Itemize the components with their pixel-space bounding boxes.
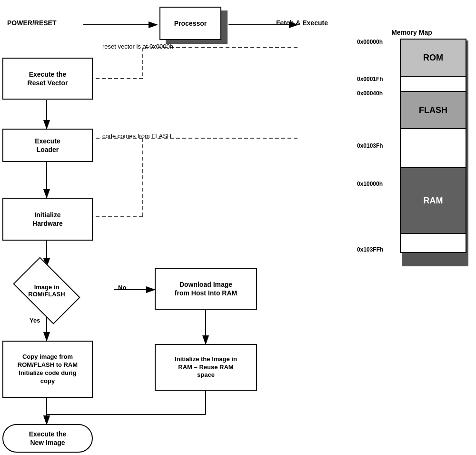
- execute-loader-label: Execute Loader: [35, 137, 60, 154]
- addr-0103Fh: 0x0103Fh: [357, 142, 383, 149]
- mem-gap1: [400, 77, 466, 91]
- execute-reset-label: Execute the Reset Vector: [28, 70, 68, 87]
- reset-vector-note: reset vector is at 0x0000h: [102, 43, 173, 50]
- image-decision-container: Image in ROM/FLASH: [9, 267, 85, 314]
- initialize-hw-box: Initialize Hardware: [2, 198, 93, 241]
- image-decision-text: Image in ROM/FLASH: [9, 267, 85, 314]
- memory-bar: 0x00000h ROM 0x0001Fh 0x00040h FLASH 0x0…: [400, 39, 466, 253]
- execute-reset-box: Execute the Reset Vector: [2, 58, 93, 100]
- code-flash-note: code comes from FLASH: [102, 132, 171, 140]
- download-image-label: Download Image from Host Into RAM: [175, 280, 237, 297]
- addr-00000h: 0x00000h: [357, 39, 383, 45]
- mem-ram: RAM: [400, 167, 466, 234]
- addr-10000h: 0x10000h: [357, 181, 383, 187]
- mem-flash: FLASH: [400, 91, 466, 129]
- fetch-execute-label: Fetch & Execute: [276, 19, 328, 27]
- yes-label: Yes: [30, 317, 40, 324]
- copy-image-label: Copy image from ROM/FLASH to RAM Initial…: [18, 353, 78, 385]
- execute-new-box: Execute the New Image: [2, 424, 93, 453]
- power-reset-label: POWER/RESET: [7, 19, 56, 27]
- addr-00040h: 0x00040h: [357, 90, 383, 97]
- no-label: No: [118, 284, 126, 291]
- addr-103FFh: 0x103FFh: [357, 246, 383, 253]
- memory-map: Memory Map 0x00000h ROM 0x0001Fh 0x00040…: [357, 29, 466, 253]
- download-image-box: Download Image from Host Into RAM: [155, 268, 257, 310]
- processor-box: Processor: [159, 7, 221, 40]
- mem-gap3: [400, 234, 466, 253]
- execute-new-label: Execute the New Image: [29, 430, 67, 447]
- init-image-ram-label: Initialize the Image in RAM – Reuse RAM …: [175, 355, 237, 380]
- execute-loader-box: Execute Loader: [2, 129, 93, 162]
- addr-0001Fh: 0x0001Fh: [357, 76, 383, 82]
- mem-gap2: [400, 129, 466, 167]
- diagram-container: POWER/RESET Processor Fetch & Execute Ex…: [0, 0, 476, 455]
- memory-map-title: Memory Map: [357, 29, 466, 36]
- init-image-ram-box: Initialize the Image in RAM – Reuse RAM …: [155, 344, 257, 391]
- initialize-hw-label: Initialize Hardware: [32, 211, 63, 228]
- processor-label: Processor: [174, 19, 207, 28]
- copy-image-box: Copy image from ROM/FLASH to RAM Initial…: [2, 341, 93, 398]
- mem-rom: ROM: [400, 39, 466, 77]
